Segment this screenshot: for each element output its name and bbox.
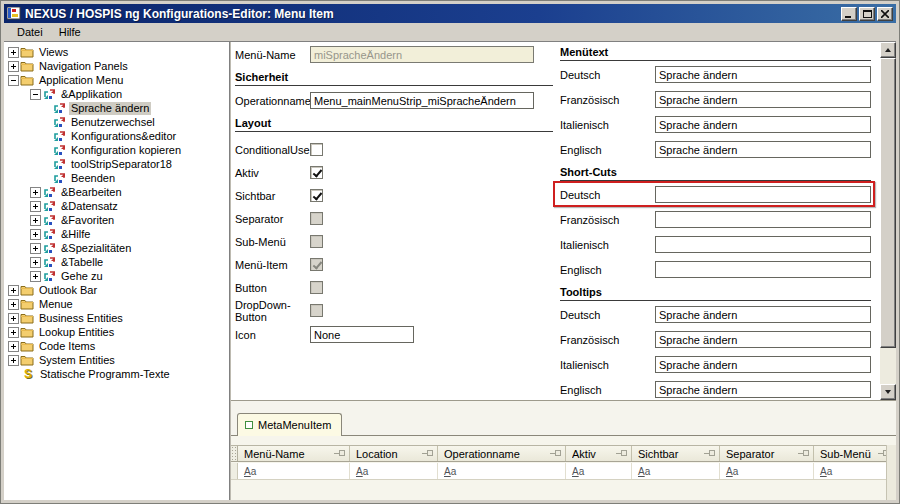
text-field-italienisch[interactable]: [655, 116, 871, 133]
checkbox-checked[interactable]: [310, 166, 323, 179]
tree-item[interactable]: Sprache ändern: [4, 101, 229, 115]
tree-item[interactable]: Beenden: [4, 171, 229, 185]
column-header-operationname[interactable]: Operationname: [438, 446, 566, 461]
folder-icon: [20, 354, 34, 367]
expand-toggle-icon[interactable]: [30, 271, 41, 282]
tree-item[interactable]: &Hilfe: [4, 227, 229, 241]
column-header-sichtbar[interactable]: Sichtbar: [632, 446, 720, 461]
expand-toggle-icon[interactable]: [8, 61, 19, 72]
tree-item[interactable]: &Spezialitäten: [4, 241, 229, 255]
expand-toggle-icon[interactable]: [8, 47, 19, 58]
scroll-up-icon[interactable]: [880, 42, 896, 58]
filter-cell[interactable]: Aa: [814, 463, 894, 479]
text-field-deutsch[interactable]: [655, 306, 871, 323]
checkbox-unchecked: [310, 235, 323, 248]
tree-item-label: Konfiguration kopieren: [69, 144, 183, 157]
menu-name-field[interactable]: [310, 46, 534, 63]
column-header-menname[interactable]: Menü-Name: [238, 446, 350, 461]
text-field-italienisch[interactable]: [655, 236, 871, 253]
pin-icon[interactable]: [798, 450, 810, 458]
pin-icon[interactable]: [704, 450, 716, 458]
tree-item-label: Menue: [37, 298, 75, 311]
tree-item[interactable]: SStatische Programm-Texte: [4, 367, 229, 381]
tree-item[interactable]: Konfigurations&editor: [4, 129, 229, 143]
collapse-toggle-icon[interactable]: [30, 89, 41, 100]
text-field-französisch[interactable]: [655, 211, 871, 228]
tree-item[interactable]: Views: [4, 45, 229, 59]
tree-item[interactable]: Code Items: [4, 339, 229, 353]
checkbox-row: Sub-Menü: [235, 230, 553, 253]
tree-item[interactable]: &Bearbeiten: [4, 185, 229, 199]
expand-toggle-icon[interactable]: [8, 285, 19, 296]
tree-item[interactable]: Outlook Bar: [4, 283, 229, 297]
expand-toggle-icon[interactable]: [30, 215, 41, 226]
pin-icon[interactable]: [550, 450, 562, 458]
menubar-item-hilfe[interactable]: Hilfe: [52, 25, 88, 39]
expand-toggle-icon[interactable]: [8, 313, 19, 324]
expand-toggle-icon[interactable]: [8, 327, 19, 338]
tree-item[interactable]: Benutzerwechsel: [4, 115, 229, 129]
text-field-deutsch[interactable]: [655, 186, 871, 203]
tree-item[interactable]: &Tabelle: [4, 255, 229, 269]
maximize-button[interactable]: [859, 7, 875, 21]
filter-cell[interactable]: Aa: [566, 463, 632, 479]
expand-toggle-icon[interactable]: [30, 187, 41, 198]
minimize-button[interactable]: [841, 7, 857, 21]
collapse-toggle-icon[interactable]: [8, 75, 19, 86]
tab-metamenuitem[interactable]: MetaMenuItem: [237, 413, 342, 436]
text-field-englisch[interactable]: [655, 261, 871, 278]
translation-row: Französisch: [560, 211, 871, 228]
column-header-aktiv[interactable]: Aktiv: [566, 446, 632, 461]
folder-icon: [20, 298, 34, 311]
language-label: Deutsch: [560, 69, 655, 81]
text-field-englisch[interactable]: [655, 141, 871, 158]
expand-toggle-icon[interactable]: [30, 243, 41, 254]
checkbox-checked[interactable]: [310, 189, 323, 202]
checkbox-unchecked[interactable]: [310, 143, 323, 156]
scrollbar-thumb[interactable]: [880, 58, 896, 348]
text-field-französisch[interactable]: [655, 331, 871, 348]
tree-item[interactable]: Navigation Panels: [4, 59, 229, 73]
expand-toggle-icon[interactable]: [8, 355, 19, 366]
tree-item[interactable]: Application Menu: [4, 73, 229, 87]
column-header-label: Location: [356, 448, 422, 460]
filter-cell[interactable]: Aa: [238, 463, 350, 479]
expand-toggle-icon[interactable]: [8, 341, 19, 352]
expand-toggle-icon[interactable]: [30, 257, 41, 268]
icon-field[interactable]: [310, 326, 414, 343]
close-button[interactable]: [877, 7, 893, 21]
column-header-location[interactable]: Location: [350, 446, 438, 461]
expand-toggle-icon[interactable]: [30, 229, 41, 240]
column-header-submen[interactable]: Sub-Menü: [814, 446, 894, 461]
filter-cell[interactable]: Aa: [438, 463, 566, 479]
text-field-englisch[interactable]: [655, 381, 871, 398]
text-field-französisch[interactable]: [655, 91, 871, 108]
expand-toggle-icon[interactable]: [8, 299, 19, 310]
tree-item[interactable]: toolStripSeparator18: [4, 157, 229, 171]
tree-item-label: System Entities: [37, 354, 117, 367]
expand-toggle-icon[interactable]: [30, 201, 41, 212]
tree-item[interactable]: &Datensatz: [4, 199, 229, 213]
tree-item[interactable]: Gehe zu: [4, 269, 229, 283]
menu-bar: DateiHilfe: [4, 23, 896, 41]
tree-item[interactable]: System Entities: [4, 353, 229, 367]
filter-cell[interactable]: Aa: [632, 463, 720, 479]
tree-item[interactable]: Konfiguration kopieren: [4, 143, 229, 157]
form-scrollbar[interactable]: [880, 42, 896, 400]
menubar-item-datei[interactable]: Datei: [10, 25, 50, 39]
tree-item[interactable]: &Applikation: [4, 87, 229, 101]
operationname-field[interactable]: [310, 92, 534, 109]
filter-cell[interactable]: Aa: [350, 463, 438, 479]
scroll-down-icon[interactable]: [880, 384, 896, 400]
column-header-separator[interactable]: Separator: [720, 446, 814, 461]
pin-icon[interactable]: [616, 450, 628, 458]
text-field-deutsch[interactable]: [655, 66, 871, 83]
text-field-italienisch[interactable]: [655, 356, 871, 373]
filter-cell[interactable]: Aa: [720, 463, 814, 479]
tree-item[interactable]: Business Entities: [4, 311, 229, 325]
tree-item[interactable]: Menue: [4, 297, 229, 311]
pin-icon[interactable]: [422, 450, 434, 458]
pin-icon[interactable]: [334, 450, 346, 458]
tree-item[interactable]: &Favoriten: [4, 213, 229, 227]
tree-item[interactable]: Lookup Entities: [4, 325, 229, 339]
